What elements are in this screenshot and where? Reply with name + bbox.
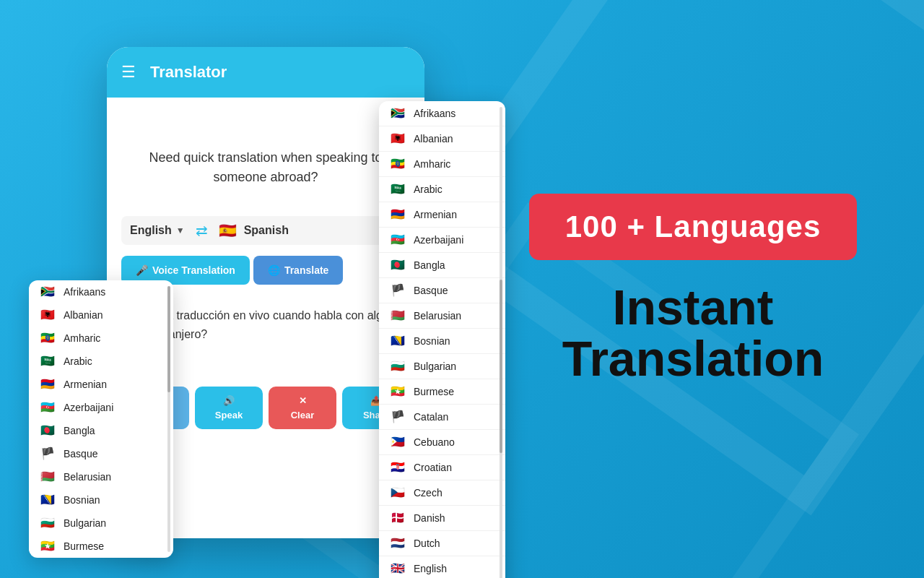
basque-label: Basque	[414, 285, 448, 296]
afrikaans-label: Afrikaans	[64, 286, 105, 298]
left-lang-list: 🇿🇦Afrikaans 🇦🇱Albanian 🇪🇹Amharic 🇸🇦Arabi…	[29, 280, 173, 558]
bulgarian-label: Bulgarian	[414, 361, 456, 372]
bosnian-flag: 🇧🇦	[389, 335, 406, 347]
danish-flag: 🇩🇰	[389, 512, 406, 524]
list-item[interactable]: 🇲🇲Burmese	[29, 535, 173, 558]
right-panel: 100 + Languages Instant Translation	[462, 0, 924, 578]
speaker-icon: 🔊	[223, 395, 235, 406]
burmese-flag: 🇲🇲	[39, 540, 56, 552]
dropdown-item[interactable]: 🇭🇷Croatian	[379, 455, 505, 480]
belarusian-label: Belarusian	[414, 310, 461, 322]
bosnian-label: Bosnian	[64, 494, 100, 506]
bulgarian-flag: 🇧🇬	[39, 517, 56, 529]
dropdown-item[interactable]: 🇳🇱Dutch	[379, 531, 505, 556]
dropdown-item[interactable]: 🏴Basque	[379, 278, 505, 303]
hamburger-icon[interactable]: ☰	[121, 63, 136, 82]
dropdown-item[interactable]: 🇲🇲Burmese	[379, 379, 505, 405]
clear-button[interactable]: ✕ Clear	[269, 387, 336, 429]
source-lang-select[interactable]: English ▼	[130, 224, 185, 237]
burmese-label: Burmese	[414, 386, 454, 397]
azerbaijani-flag: 🇦🇿	[39, 402, 56, 413]
app-title: Translator	[150, 63, 227, 82]
list-item[interactable]: 🇧🇦Bosnian	[29, 488, 173, 512]
target-lang-select[interactable]: Spanish	[244, 224, 289, 237]
afrikaans-flag: 🇿🇦	[39, 286, 56, 298]
dropdown-item[interactable]: 🇦🇲Armenian	[379, 202, 505, 228]
english-flag: 🇬🇧	[389, 563, 406, 574]
arabic-flag: 🇸🇦	[39, 355, 56, 367]
czech-flag: 🇨🇿	[389, 487, 406, 499]
dropdown-item[interactable]: 🇧🇩Bangla	[379, 253, 505, 278]
left-scrollbar[interactable]	[167, 286, 170, 552]
belarusian-flag: 🇧🇾	[389, 310, 406, 322]
source-lang-label: English	[130, 224, 172, 237]
basque-label: Basque	[64, 448, 97, 460]
armenian-label: Armenian	[414, 209, 457, 220]
list-item[interactable]: 🇦🇿Azerbaijani	[29, 396, 173, 419]
dropdown-item[interactable]: 🇦🇿Azerbaijani	[379, 228, 505, 253]
dropdown-item[interactable]: 🇧🇬Bulgarian	[379, 354, 505, 379]
dropdown-item[interactable]: 🇩🇰Danish	[379, 506, 505, 531]
bulgarian-label: Bulgarian	[64, 517, 106, 529]
dropdown-item[interactable]: 🇵🇭Cebuano	[379, 430, 505, 455]
list-item[interactable]: 🏴Basque	[29, 442, 173, 465]
albanian-label: Albanian	[64, 309, 103, 321]
amharic-flag: 🇪🇹	[39, 332, 56, 344]
list-item[interactable]: 🇧🇬Bulgarian	[29, 512, 173, 535]
list-item[interactable]: 🇸🇦Arabic	[29, 350, 173, 373]
afrikaans-flag: 🇿🇦	[389, 108, 406, 119]
dropdown-item[interactable]: 🇸🇦Arabic	[379, 177, 505, 202]
belarusian-label: Belarusian	[64, 471, 111, 483]
azerbaijani-flag: 🇦🇿	[389, 234, 406, 246]
target-lang-label: Spanish	[244, 224, 289, 237]
target-lang-flag: 🇪🇸	[219, 222, 237, 239]
danish-label: Danish	[414, 512, 445, 524]
dropdown-item[interactable]: 🇧🇾Belarusian	[379, 303, 505, 329]
amharic-label: Amharic	[414, 158, 450, 170]
croatian-flag: 🇭🇷	[389, 462, 406, 473]
right-scrollbar[interactable]	[500, 107, 502, 578]
bosnian-label: Bosnian	[414, 335, 450, 347]
dropdown-item[interactable]: 🇿🇦Afrikaans	[379, 101, 505, 126]
cebuano-label: Cebuano	[414, 436, 455, 448]
language-bar: English ▼ ⇄ 🇪🇸 Spanish	[121, 216, 410, 245]
bangla-label: Bangla	[414, 259, 445, 271]
speak-button[interactable]: 🔊 Speak	[195, 387, 263, 429]
right-lang-dropdown: 🇿🇦Afrikaans 🇦🇱Albanian 🇪🇹Amharic 🇸🇦Arabi…	[379, 101, 505, 578]
arabic-label: Arabic	[64, 355, 92, 367]
languages-badge: 100 + Languages	[529, 194, 858, 260]
armenian-label: Armenian	[64, 379, 107, 390]
azerbaijani-label: Azerbaijani	[64, 402, 113, 413]
dropdown-item[interactable]: 🏴Catalan	[379, 405, 505, 430]
albanian-flag: 🇦🇱	[39, 309, 56, 321]
azerbaijani-label: Azerbaijani	[414, 234, 463, 246]
text-translate-tab[interactable]: 🌐 Translate	[253, 256, 343, 285]
belarusian-flag: 🇧🇾	[39, 471, 56, 483]
swap-languages-icon[interactable]: ⇄	[196, 222, 208, 239]
arabic-flag: 🇸🇦	[389, 184, 406, 195]
arabic-label: Arabic	[414, 184, 443, 195]
dropdown-item[interactable]: 🇧🇦Bosnian	[379, 329, 505, 354]
albanian-flag: 🇦🇱	[389, 133, 406, 144]
left-scrollbar-thumb	[167, 286, 170, 392]
bangla-label: Bangla	[64, 425, 95, 436]
tagline-text: Need quick translation when speaking to …	[121, 148, 410, 187]
dropdown-item[interactable]: 🇦🇱Albanian	[379, 126, 505, 152]
dropdown-item[interactable]: 🇪🇹Amharic	[379, 152, 505, 177]
right-scrollbar-thumb	[500, 280, 502, 452]
bangla-flag: 🇧🇩	[39, 425, 56, 436]
dropdown-item[interactable]: 🇨🇿Czech	[379, 480, 505, 506]
albanian-label: Albanian	[414, 133, 453, 144]
source-lang-chevron: ▼	[176, 225, 185, 236]
instant-translation-heading: Instant Translation	[562, 282, 824, 385]
list-item[interactable]: 🇿🇦Afrikaans	[29, 280, 173, 303]
list-item[interactable]: 🇧🇾Belarusian	[29, 465, 173, 488]
amharic-label: Amharic	[64, 332, 100, 344]
dropdown-item[interactable]: 🇬🇧English	[379, 556, 505, 578]
list-item[interactable]: 🇪🇹Amharic	[29, 327, 173, 350]
list-item[interactable]: 🇦🇱Albanian	[29, 303, 173, 327]
mic-icon: 🎤	[136, 264, 148, 276]
list-item[interactable]: 🇦🇲Armenian	[29, 373, 173, 396]
list-item[interactable]: 🇧🇩Bangla	[29, 419, 173, 442]
amharic-flag: 🇪🇹	[389, 158, 406, 170]
